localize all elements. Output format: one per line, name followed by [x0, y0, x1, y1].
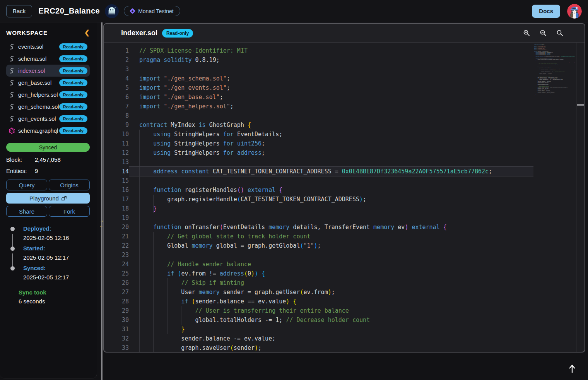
indent-guide — [139, 241, 140, 250]
search-icon[interactable] — [556, 29, 564, 37]
sidebar-collapse-chevron-icon[interactable]: ❮ — [84, 29, 90, 36]
indent-guide — [139, 167, 140, 176]
sidebar-resize-splitter[interactable]: →← — [101, 22, 103, 380]
line-number: 10 — [117, 130, 129, 139]
code-line: 30 global.totalHolders -= 1; // Decrease… — [117, 315, 533, 325]
user-avatar[interactable] — [567, 4, 582, 19]
indent-guide — [139, 260, 140, 269]
line-number: 9 — [117, 120, 129, 130]
indent-guide — [139, 130, 140, 139]
file-item-gen_schema-sol[interactable]: gen_schema.solRead-only — [6, 101, 90, 113]
deploy-timeline: Deployed:2025-02-05 12:16Started:2025-02… — [6, 225, 90, 281]
back-button[interactable]: Back — [6, 5, 32, 17]
indent-guide — [139, 288, 140, 297]
scroll-to-top-button[interactable] — [565, 362, 579, 376]
indent-guide — [167, 325, 168, 334]
indent-guide — [139, 232, 140, 241]
read-only-badge: Read-only — [162, 29, 193, 38]
fork-button[interactable]: Fork — [49, 206, 90, 217]
indent-guide — [153, 241, 154, 250]
editor-header: indexer.sol Read-only — [104, 24, 585, 43]
file-item-schema-sol[interactable]: schema.solRead-only — [6, 53, 90, 65]
line-number: 2 — [117, 55, 129, 65]
indent-guide — [167, 306, 168, 315]
query-button[interactable]: Query — [6, 180, 47, 190]
file-name: indexer.sol — [18, 68, 45, 74]
solidity-file-icon — [9, 115, 15, 122]
network-badge[interactable]: Monad Testnet — [124, 6, 180, 16]
line-number: 30 — [117, 315, 129, 325]
code-line: 15 — [117, 176, 533, 185]
line-number: 1 — [117, 46, 129, 55]
line-number: 5 — [117, 83, 129, 92]
top-bar: Back ERC20_Balance Monad Testnet Docs — [0, 0, 588, 22]
file-item-gen_events-sol[interactable]: gen_events.solRead-only — [6, 113, 90, 125]
code-lines: 1// SPDX-License-Identifier: MIT2pragma … — [117, 46, 533, 352]
line-number: 17 — [117, 195, 129, 204]
file-item-indexer-sol[interactable]: indexer.solRead-only — [6, 65, 90, 77]
file-item-schema-graphql[interactable]: schema.graphqlRead-only — [6, 125, 90, 137]
line-number: 32 — [117, 334, 129, 343]
line-number: 23 — [117, 250, 129, 260]
code-line: 21 // Get global state to track holder c… — [117, 232, 533, 241]
code-line: 31 } — [117, 325, 533, 334]
timeline-label: Started: — [23, 245, 90, 252]
minimap-content: // SPDX-License-Identifier: MITpragma so… — [534, 43, 575, 96]
line-number: 24 — [117, 260, 129, 269]
indent-guide — [139, 185, 140, 195]
read-only-badge: Read-only — [59, 91, 87, 98]
playground-button[interactable]: Playground — [6, 193, 90, 204]
line-number: 31 — [117, 325, 129, 334]
timeline-date: 2025-02-05 12:17 — [23, 254, 90, 261]
zoom-out-icon[interactable] — [540, 29, 547, 37]
entities-label: Entities: — [6, 168, 35, 174]
block-value: 2,457,058 — [35, 156, 61, 163]
line-number: 19 — [117, 213, 129, 223]
file-name: gen_schema.sol — [18, 104, 59, 110]
indent-guide — [139, 278, 140, 288]
code-line: 18 } — [117, 204, 533, 213]
indent-guide — [139, 315, 140, 325]
app-screen: Back ERC20_Balance Monad Testnet Docs — [0, 0, 588, 380]
indent-guide — [181, 306, 181, 315]
code-area[interactable]: 1// SPDX-License-Identifier: MIT2pragma … — [104, 43, 585, 352]
indent-guide — [139, 157, 140, 167]
code-line: 12 using StringHelpers for address; — [117, 148, 533, 157]
code-line: 33 graph.saveUser(sender); — [117, 343, 533, 352]
indent-guide — [153, 250, 154, 260]
timeline-date: 2025-02-05 12:16 — [23, 235, 90, 241]
sync-took-value: 6 seconds — [19, 298, 90, 305]
scrollbar-thumb[interactable] — [577, 104, 584, 106]
code-line: 29 // User is transferring their entire … — [117, 306, 533, 315]
code-line: 14 address constant CAT_TESTNET_TOKEN_CO… — [117, 167, 533, 176]
indent-guide — [167, 315, 168, 325]
code-line: 11 using StringHelpers for uint256; — [117, 139, 533, 148]
line-number: 14 — [117, 167, 129, 176]
indent-guide — [139, 148, 140, 157]
timeline-dot — [10, 266, 15, 270]
docs-button[interactable]: Docs — [532, 5, 560, 18]
network-label: Monad Testnet — [138, 8, 174, 14]
line-number: 6 — [117, 92, 129, 102]
ghost-logo-icon — [104, 4, 119, 19]
code-line: 23 — [117, 250, 533, 260]
indent-guide — [139, 195, 140, 204]
file-item-gen_helpers-sol[interactable]: gen_helpers.solRead-only — [6, 89, 90, 101]
minimap[interactable]: // SPDX-License-Identifier: MITpragma so… — [534, 43, 575, 98]
read-only-badge: Read-only — [59, 43, 87, 50]
indent-guide — [139, 269, 140, 278]
indent-guide — [139, 325, 140, 334]
zoom-in-icon[interactable] — [523, 29, 530, 37]
line-number: 8 — [117, 111, 129, 120]
timeline-dot — [10, 246, 15, 251]
timeline-item: Synced:2025-02-05 12:17 — [6, 265, 90, 281]
workspace-title: WORKSPACE — [6, 29, 48, 36]
share-button[interactable]: Share — [6, 206, 47, 217]
file-item-gen_base-sol[interactable]: gen_base.solRead-only — [6, 77, 90, 89]
origins-button[interactable]: Origins — [49, 180, 90, 190]
editor-scrollbar[interactable] — [576, 43, 585, 352]
timeline-item: Started:2025-02-05 12:17 — [6, 245, 90, 261]
file-item-events-sol[interactable]: events.solRead-only — [6, 41, 90, 53]
code-line: 26 // Skip if minting — [117, 278, 533, 288]
indent-guide — [153, 260, 154, 269]
